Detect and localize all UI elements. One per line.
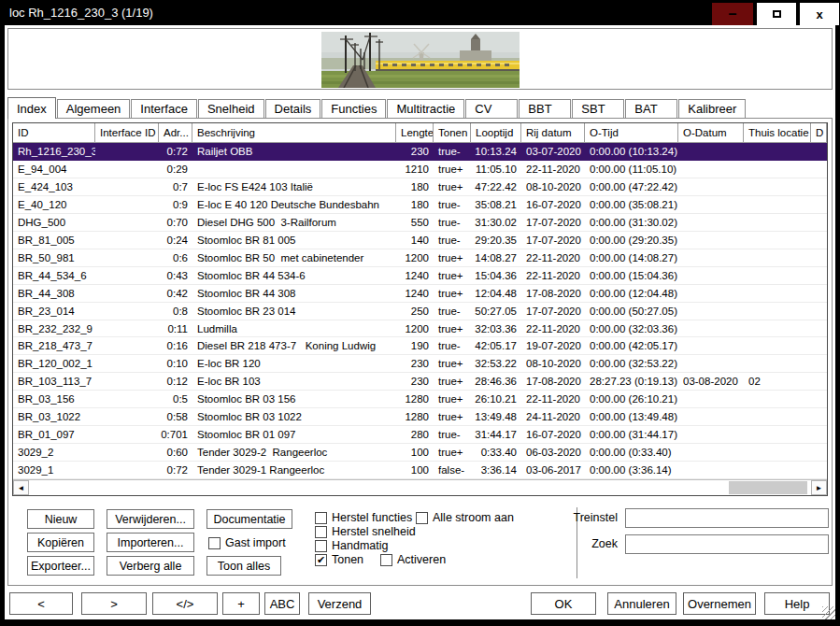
scroll-right-button[interactable]: ► — [811, 480, 827, 495]
gast-import-checkbox[interactable] — [208, 537, 221, 549]
table-row[interactable]: BR_23_0140:8Stoomloc BR 23 014250true-50… — [13, 303, 827, 320]
table-row[interactable]: BR_218_473_70:16Diesel BR 218 473-7 Koni… — [13, 337, 827, 355]
treinstel-input[interactable] — [625, 508, 829, 528]
table-row[interactable]: E_424_1030:7E-loc FS E424 103 Italië180t… — [13, 178, 827, 196]
column-header[interactable]: D — [811, 123, 827, 142]
column-header[interactable]: Adr... — [159, 123, 192, 142]
table-row[interactable]: BR_44_534_60:43Stoomloc BR 44 534-61240t… — [13, 267, 827, 285]
column-header[interactable]: Looptijd — [471, 123, 521, 142]
tab-index[interactable]: Index — [7, 97, 56, 119]
abc-button[interactable]: ABC — [264, 592, 300, 615]
column-header[interactable]: O-Tijd — [585, 123, 678, 142]
table-cell — [678, 143, 744, 160]
table-cell — [811, 267, 827, 284]
tonen-checkbox[interactable]: ✔ — [315, 554, 327, 566]
table-cell: 17-08-2020 — [521, 373, 585, 390]
previous-loc-button[interactable]: < — [9, 592, 73, 615]
annuleren-button[interactable]: Annuleren — [607, 592, 676, 615]
tonen-label: Tonen — [332, 553, 363, 566]
table-row[interactable]: BR_03_10220:58Stoomloc BR 03 10221280tru… — [13, 408, 827, 426]
title-bar[interactable]: loc Rh_1216_230_3 (1/19) – x — [0, 0, 840, 25]
next-loc-button[interactable]: > — [81, 592, 147, 615]
column-header[interactable]: O-Datum — [678, 123, 744, 142]
help-button[interactable]: Help — [764, 592, 830, 615]
verwijderen-button[interactable]: Verwijderen... — [107, 509, 194, 529]
tab-cv[interactable]: CV — [465, 99, 518, 118]
kopieren-button[interactable]: Kopiëren — [27, 533, 94, 552]
tab-functies[interactable]: Functies — [321, 99, 386, 118]
column-header[interactable]: Lengte — [396, 123, 434, 142]
table-cell: true- — [434, 426, 471, 443]
column-header[interactable]: Thuis locatie — [744, 123, 811, 142]
verzend-button[interactable]: Verzend — [308, 592, 371, 615]
activeren-checkbox[interactable] — [380, 554, 392, 566]
alle-stroom-aan-checkbox[interactable] — [416, 512, 428, 524]
tab-sbt[interactable]: SBT — [572, 99, 624, 118]
tab-details[interactable]: Details — [265, 99, 321, 118]
table-row[interactable]: 3029_10:72Tender 3029-1 Rangeerloc100fal… — [13, 462, 827, 479]
close-button[interactable]: x — [799, 2, 840, 26]
maximize-button[interactable] — [756, 2, 797, 26]
tab-multitractie[interactable]: Multitractie — [387, 99, 464, 118]
scrollbar-track[interactable] — [29, 480, 811, 495]
table-row[interactable]: E_40_1200:9E-loc E 40 120 Deutsche Bunde… — [13, 196, 827, 214]
table-cell: BR_103_113_7 — [13, 373, 95, 390]
table-row[interactable]: BR_50_9810:6Stoomloc BR 50 met cabineten… — [13, 249, 827, 267]
table-row[interactable]: BR_120_002_10:10E-loc BR 120230true+32:5… — [13, 355, 827, 373]
exporteer-button[interactable]: Exporteer... — [27, 556, 94, 576]
herstel-snelheid-checkbox[interactable] — [315, 526, 327, 538]
table-cell — [811, 285, 827, 302]
plus-button[interactable]: + — [222, 592, 260, 615]
table-cell — [744, 143, 811, 160]
tab-bbt[interactable]: BBT — [519, 99, 571, 118]
table-cell: E-loc FS E424 103 Italië — [192, 178, 396, 195]
column-header[interactable]: Beschrijving — [192, 123, 396, 142]
resize-grip[interactable] — [822, 606, 835, 619]
tab-snelheid[interactable]: Snelheid — [198, 99, 264, 118]
column-header[interactable]: Interface ID — [95, 123, 159, 142]
column-header[interactable]: ID — [13, 123, 95, 142]
herstel-functies-checkbox[interactable] — [315, 512, 327, 524]
tab-algemeen[interactable]: Algemeen — [57, 99, 131, 118]
documentatie-button[interactable]: Documentatie — [206, 509, 292, 529]
table-row[interactable]: BR_01_0970:701Stoomloc BR 01 097280true-… — [13, 426, 827, 444]
table-cell — [678, 337, 744, 354]
code-button[interactable]: </> — [152, 592, 218, 615]
table-row[interactable]: BR_44_3080:42Stoomloc BR 44 3081240true+… — [13, 285, 827, 303]
table-cell: 0:29 — [159, 161, 192, 178]
table-cell: BR_50_981 — [13, 249, 95, 266]
table-cell — [744, 320, 811, 337]
table-row[interactable]: BR_103_113_70:12E-loc BR 103230true+28:4… — [13, 373, 827, 391]
table-row[interactable]: BR_232_232_90:11Ludmilla1200true+32:03.3… — [13, 320, 827, 338]
tab-interface[interactable]: Interface — [131, 99, 197, 118]
overnemen-button[interactable]: Overnemen — [683, 592, 756, 615]
importeren-button[interactable]: Importeren... — [107, 533, 194, 552]
scrollbar-thumb[interactable] — [729, 481, 807, 494]
table-row[interactable]: BR_81_0050:24Stoomloc BR 81 005140true-2… — [13, 232, 827, 249]
table-row[interactable]: 3029_20:60Tender 3029-2 Rangeerloc100tru… — [13, 444, 827, 462]
scroll-left-button[interactable]: ◄ — [13, 480, 29, 495]
table-cell: 50:27.05 — [471, 303, 521, 320]
table-cell — [811, 249, 827, 266]
verberg-alle-button[interactable]: Verberg alle — [107, 556, 194, 576]
zoek-input[interactable] — [625, 534, 829, 554]
horizontal-scrollbar[interactable]: ◄ ► — [13, 479, 827, 495]
minimize-button[interactable]: – — [711, 2, 754, 26]
column-header[interactable]: Rij datum — [521, 123, 585, 142]
table-cell: Stoomloc BR 03 1022 — [192, 408, 396, 425]
tab-bat[interactable]: BAT — [625, 99, 677, 118]
table-cell: BR_44_534_6 — [13, 267, 95, 284]
column-header[interactable]: Tonen — [434, 123, 471, 142]
table-row[interactable]: BR_03_1560:5Stoomloc BR 03 1561280true+2… — [13, 391, 827, 408]
table-row[interactable]: Rh_1216_230_30:72Railjet OBB230true-10:1… — [13, 143, 827, 161]
toon-alles-button[interactable]: Toon alles — [206, 556, 281, 576]
ok-button[interactable]: OK — [531, 592, 596, 615]
nieuw-button[interactable]: Nieuw — [27, 509, 94, 529]
table-row[interactable]: DHG_5000:70Diesel DHG 500 3-Railforum550… — [13, 214, 827, 232]
table-cell: 22-11-2020 — [521, 161, 585, 178]
table-cell: 28:46.36 — [471, 373, 521, 390]
tab-kalibreer[interactable]: Kalibreer — [678, 99, 746, 118]
table-cell — [678, 196, 744, 213]
table-row[interactable]: E_94_0040:291210true+11:05.1022-11-20200… — [13, 161, 827, 178]
handmatig-checkbox[interactable] — [315, 540, 327, 552]
